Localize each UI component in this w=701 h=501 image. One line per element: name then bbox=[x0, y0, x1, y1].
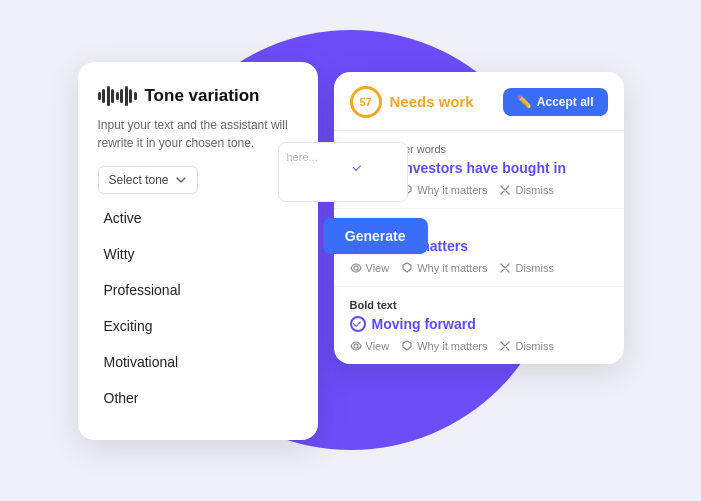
tone-option-exciting[interactable]: Exciting bbox=[98, 308, 298, 344]
main-container: Tone variation Input your text and the a… bbox=[58, 42, 644, 460]
suggestions-header: 57 Needs work ✏️ Accept all bbox=[334, 72, 624, 131]
why-matters-label-2: Why it matters bbox=[417, 262, 487, 274]
svg-point-2 bbox=[354, 344, 358, 348]
tone-option-professional[interactable]: Professional bbox=[98, 272, 298, 308]
tone-card-header: Tone variation bbox=[98, 86, 298, 106]
view-label-3: View bbox=[366, 340, 390, 352]
generate-button[interactable]: Generate bbox=[323, 218, 428, 254]
tone-card-description: Input your text and the assistant will r… bbox=[98, 116, 298, 152]
accept-all-button[interactable]: ✏️ Accept all bbox=[503, 88, 608, 116]
dismiss-icon-2 bbox=[499, 262, 511, 274]
why-matters-link-2[interactable]: Why it matters bbox=[401, 262, 487, 274]
dismiss-label-3: Dismiss bbox=[515, 340, 554, 352]
check-circle-icon-3 bbox=[350, 316, 366, 332]
needs-work-label: Needs work bbox=[390, 93, 474, 110]
suggestion-content-3: Moving forward bbox=[372, 316, 476, 332]
tone-option-other[interactable]: Other bbox=[98, 380, 298, 416]
suggestion-item-3: Bold text Moving forward View bbox=[334, 287, 624, 364]
score-badge: 57 Needs work bbox=[350, 86, 474, 118]
tone-card-title: Tone variation bbox=[145, 86, 260, 106]
score-value: 57 bbox=[359, 96, 371, 108]
tone-options-list: Active Witty Professional Exciting Motiv… bbox=[98, 200, 298, 416]
suggestion-actions-3: View Why it matters Dismiss bbox=[350, 340, 608, 352]
pencil-icon: ✏️ bbox=[517, 95, 532, 109]
dismiss-icon-1 bbox=[499, 184, 511, 196]
text-input-area[interactable]: here... bbox=[278, 142, 408, 202]
dismiss-label-2: Dismiss bbox=[515, 262, 554, 274]
eye-icon-3 bbox=[350, 340, 362, 352]
accept-all-label: Accept all bbox=[537, 95, 594, 109]
chevron-down-icon bbox=[175, 174, 187, 186]
suggestion-tag-3: Bold text bbox=[350, 299, 608, 311]
dismiss-link-2[interactable]: Dismiss bbox=[499, 262, 554, 274]
view-link-2[interactable]: View bbox=[350, 262, 390, 274]
suggestion-actions-2: View Why it matters Dismiss bbox=[350, 262, 608, 274]
dismiss-label-1: Dismiss bbox=[515, 184, 554, 196]
tone-select-label: Select tone bbox=[109, 173, 169, 187]
view-label-2: View bbox=[366, 262, 390, 274]
dismiss-icon-3 bbox=[499, 340, 511, 352]
eye-icon-2 bbox=[350, 262, 362, 274]
info-icon-2 bbox=[401, 262, 413, 274]
svg-point-1 bbox=[354, 266, 358, 270]
dismiss-link-1[interactable]: Dismiss bbox=[499, 184, 554, 196]
why-matters-label-3: Why it matters bbox=[417, 340, 487, 352]
suggestion-text-3: Moving forward bbox=[350, 316, 608, 332]
dismiss-link-3[interactable]: Dismiss bbox=[499, 340, 554, 352]
tone-variation-card: Tone variation Input your text and the a… bbox=[78, 62, 318, 440]
tone-option-motivational[interactable]: Motivational bbox=[98, 344, 298, 380]
why-matters-label-1: Why it matters bbox=[417, 184, 487, 196]
view-link-3[interactable]: View bbox=[350, 340, 390, 352]
tone-select-dropdown[interactable]: Select tone bbox=[98, 166, 198, 194]
bold-tag-label: Bold text bbox=[350, 299, 397, 311]
why-matters-link-1[interactable]: Why it matters bbox=[401, 184, 487, 196]
tone-option-active[interactable]: Active bbox=[98, 200, 298, 236]
why-matters-link-3[interactable]: Why it matters bbox=[401, 340, 487, 352]
textarea-placeholder: here... bbox=[287, 151, 318, 163]
info-icon-3 bbox=[401, 340, 413, 352]
score-circle: 57 bbox=[350, 86, 382, 118]
tone-option-witty[interactable]: Witty bbox=[98, 236, 298, 272]
wave-icon bbox=[98, 86, 137, 106]
